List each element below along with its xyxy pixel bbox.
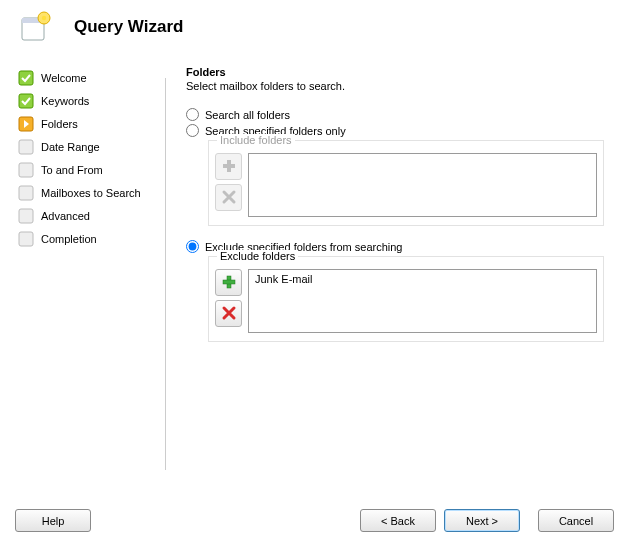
nav-label: Mailboxes to Search bbox=[41, 187, 141, 199]
radio-search-all[interactable]: Search all folders bbox=[186, 108, 615, 121]
svg-rect-8 bbox=[19, 163, 33, 177]
nav-tofrom[interactable]: To and From bbox=[18, 158, 164, 181]
exclude-remove-button[interactable] bbox=[215, 300, 242, 327]
svg-rect-13 bbox=[223, 164, 235, 168]
wizard-nav: Welcome Keywords Folders Date Range To a… bbox=[0, 64, 164, 479]
svg-rect-5 bbox=[19, 94, 33, 108]
help-button[interactable]: Help bbox=[15, 509, 91, 532]
radio-search-all-input[interactable] bbox=[186, 108, 199, 121]
step-pending-icon bbox=[18, 139, 34, 155]
step-current-icon bbox=[18, 116, 34, 132]
wizard-title: Query Wizard bbox=[74, 17, 183, 37]
svg-rect-9 bbox=[19, 186, 33, 200]
exclude-add-button[interactable] bbox=[215, 269, 242, 296]
nav-advanced[interactable]: Advanced bbox=[18, 204, 164, 227]
page-title: Folders bbox=[186, 66, 615, 78]
nav-keywords[interactable]: Keywords bbox=[18, 89, 164, 112]
radio-exclude-specified-input[interactable] bbox=[186, 240, 199, 253]
step-pending-icon bbox=[18, 208, 34, 224]
svg-rect-4 bbox=[19, 71, 33, 85]
back-button[interactable]: < Back bbox=[360, 509, 436, 532]
include-legend: Include folders bbox=[217, 134, 295, 146]
vertical-divider bbox=[165, 78, 166, 470]
svg-rect-15 bbox=[223, 280, 235, 284]
step-pending-icon bbox=[18, 185, 34, 201]
nav-label: Completion bbox=[41, 233, 97, 245]
include-add-button bbox=[215, 153, 242, 180]
radio-label: Search all folders bbox=[205, 109, 290, 121]
include-folders-group: Include folders bbox=[208, 140, 604, 226]
include-folders-list bbox=[248, 153, 597, 217]
svg-rect-10 bbox=[19, 209, 33, 223]
nav-label: Date Range bbox=[41, 141, 100, 153]
nav-completion[interactable]: Completion bbox=[18, 227, 164, 250]
cancel-button[interactable]: Cancel bbox=[538, 509, 614, 532]
nav-label: Advanced bbox=[41, 210, 90, 222]
radio-search-specified-input[interactable] bbox=[186, 124, 199, 137]
nav-mailboxes[interactable]: Mailboxes to Search bbox=[18, 181, 164, 204]
remove-icon bbox=[221, 189, 237, 207]
include-remove-button bbox=[215, 184, 242, 211]
nav-folders[interactable]: Folders bbox=[18, 112, 164, 135]
exclude-legend: Exclude folders bbox=[217, 250, 298, 262]
wizard-header: Query Wizard bbox=[0, 0, 629, 64]
nav-label: Welcome bbox=[41, 72, 87, 84]
svg-rect-7 bbox=[19, 140, 33, 154]
wizard-content: Folders Select mailbox folders to search… bbox=[164, 64, 629, 479]
step-pending-icon bbox=[18, 231, 34, 247]
nav-welcome[interactable]: Welcome bbox=[18, 66, 164, 89]
step-pending-icon bbox=[18, 162, 34, 178]
nav-label: Keywords bbox=[41, 95, 89, 107]
wizard-icon bbox=[18, 10, 52, 44]
nav-daterange[interactable]: Date Range bbox=[18, 135, 164, 158]
wizard-footer: Help < Back Next > Cancel bbox=[0, 509, 629, 532]
svg-rect-11 bbox=[19, 232, 33, 246]
step-done-icon bbox=[18, 70, 34, 86]
exclude-folders-group: Exclude folders Junk E-mail bbox=[208, 256, 604, 342]
step-done-icon bbox=[18, 93, 34, 109]
list-item[interactable]: Junk E-mail bbox=[255, 273, 590, 285]
remove-icon bbox=[221, 305, 237, 323]
nav-label: To and From bbox=[41, 164, 103, 176]
exclude-folders-list[interactable]: Junk E-mail bbox=[248, 269, 597, 333]
next-button[interactable]: Next > bbox=[444, 509, 520, 532]
add-icon bbox=[221, 274, 237, 292]
add-icon bbox=[221, 158, 237, 176]
nav-label: Folders bbox=[41, 118, 78, 130]
page-subtitle: Select mailbox folders to search. bbox=[186, 80, 615, 92]
svg-point-3 bbox=[42, 16, 46, 20]
